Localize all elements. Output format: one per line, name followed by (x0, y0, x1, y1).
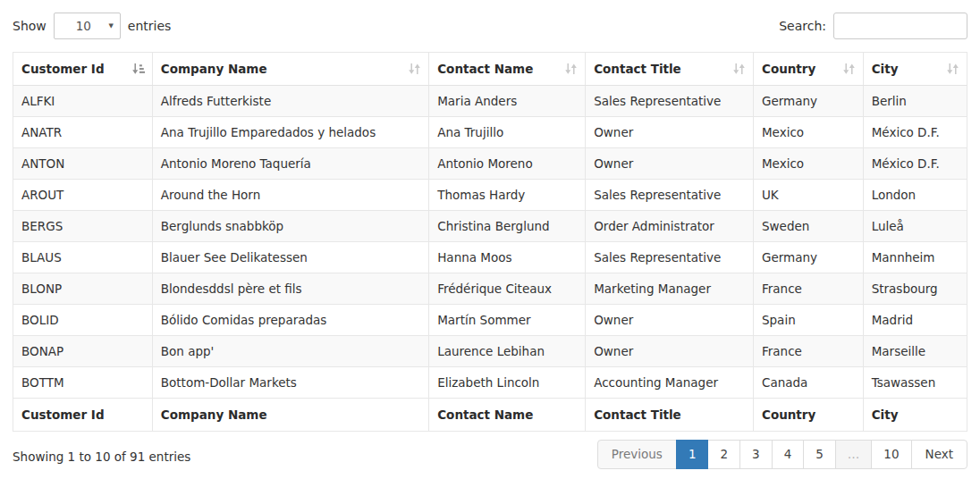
column-header-city[interactable]: City (863, 53, 967, 86)
pagination-next-button[interactable]: Next (911, 440, 967, 469)
cell-contact-name: Laurence Lebihan (429, 336, 586, 367)
column-header-label: City (872, 62, 899, 76)
cell-company-name: Bon app' (152, 336, 428, 367)
cell-city: Mannheim (863, 242, 967, 273)
cell-city: México D.F. (863, 148, 967, 180)
cell-contact-title: Owner (586, 336, 754, 367)
cell-contact-title: Owner (586, 117, 754, 148)
cell-customer-id: BERGS (13, 211, 153, 242)
table-row: BOTTM Bottom-Dollar Markets Elizabeth Li… (13, 367, 967, 399)
cell-customer-id: BOTTM (13, 367, 153, 399)
footer-city: City (863, 399, 967, 432)
cell-customer-id: BLAUS (13, 242, 153, 273)
table-row: ANATR Ana Trujillo Emparedados y helados… (13, 117, 967, 148)
pagination-page-5-button[interactable]: 5 (803, 440, 836, 469)
sort-both-icon (408, 63, 421, 76)
page-length-control: Show 10 ▼ entries (13, 13, 171, 39)
sort-both-icon (564, 63, 578, 76)
cell-contact-title: Sales Representative (586, 180, 754, 211)
cell-contact-name: Maria Anders (429, 86, 586, 117)
cell-city: Marseille (863, 336, 967, 367)
cell-city: Tsawassen (863, 367, 967, 399)
cell-contact-title: Accounting Manager (586, 367, 754, 399)
cell-contact-name: Elizabeth Lincoln (429, 367, 586, 399)
cell-contact-name: Martín Sommer (429, 305, 586, 336)
cell-company-name: Bottom-Dollar Markets (152, 367, 428, 399)
column-header-country[interactable]: Country (753, 53, 863, 86)
cell-contact-name: Thomas Hardy (429, 180, 586, 211)
footer-row: Customer Id Company Name Contact Name Co… (13, 399, 967, 432)
cell-country: Spain (753, 305, 863, 336)
cell-contact-title: Order Administrator (586, 211, 754, 242)
pagination-page-10-button[interactable]: 10 (871, 440, 911, 469)
header-row: Customer Id Company Name (13, 53, 967, 86)
cell-city: Berlin (863, 86, 967, 117)
table-controls: Show 10 ▼ entries Search: (13, 13, 967, 39)
page-length-select-shell: 10 ▼ (54, 13, 121, 39)
cell-contact-title: Sales Representative (586, 86, 754, 117)
pagination-page-2-button[interactable]: 2 (707, 440, 740, 469)
table-row: BLAUS Blauer See Delikatessen Hanna Moos… (13, 242, 967, 273)
sort-both-icon (946, 63, 959, 76)
pagination-ellipsis: … (835, 440, 873, 469)
column-header-customer-id[interactable]: Customer Id (13, 53, 153, 86)
cell-contact-title: Sales Representative (586, 242, 754, 273)
column-header-label: Company Name (161, 62, 267, 76)
customers-table: Customer Id Company Name (13, 52, 967, 432)
cell-company-name: Antonio Moreno Taquería (152, 148, 428, 180)
column-header-label: Contact Name (437, 62, 533, 76)
table-footer-bar: Showing 1 to 10 of 91 entries Previous 1… (13, 440, 967, 469)
column-header-company-name[interactable]: Company Name (152, 53, 428, 86)
page-length-select[interactable]: 10 (54, 13, 121, 39)
cell-company-name: Blauer See Delikatessen (152, 242, 428, 273)
cell-country: Mexico (753, 148, 863, 180)
table-info: Showing 1 to 10 of 91 entries (13, 446, 190, 464)
cell-country: Sweden (753, 211, 863, 242)
cell-contact-name: Ana Trujillo (429, 117, 586, 148)
cell-country: France (753, 273, 863, 305)
cell-contact-name: Frédérique Citeaux (429, 273, 586, 305)
pagination-previous-button[interactable]: Previous (597, 440, 677, 469)
cell-customer-id: AROUT (13, 180, 153, 211)
cell-customer-id: BONAP (13, 336, 153, 367)
sort-both-icon (732, 63, 746, 76)
cell-contact-name: Antonio Moreno (429, 148, 586, 180)
cell-customer-id: ANTON (13, 148, 153, 180)
table-row: ANTON Antonio Moreno Taquería Antonio Mo… (13, 148, 967, 180)
pagination: Previous 1 2 3 4 5 … 10 Next (597, 440, 967, 469)
column-header-contact-name[interactable]: Contact Name (429, 53, 586, 86)
pagination-page-1-button[interactable]: 1 (676, 440, 709, 469)
table-row: ALFKI Alfreds Futterkiste Maria Anders S… (13, 86, 967, 117)
pagination-page-4-button[interactable]: 4 (772, 440, 805, 469)
table-header: Customer Id Company Name (13, 53, 967, 86)
cell-country: Germany (753, 86, 863, 117)
cell-city: Madrid (863, 305, 967, 336)
cell-company-name: Berglunds snabbköp (152, 211, 428, 242)
cell-customer-id: BOLID (13, 305, 153, 336)
table-row: BOLID Bólido Comidas preparadas Martín S… (13, 305, 967, 336)
cell-country: France (753, 336, 863, 367)
footer-country: Country (753, 399, 863, 432)
cell-company-name: Bólido Comidas preparadas (152, 305, 428, 336)
column-header-label: Customer Id (21, 62, 105, 76)
cell-company-name: Ana Trujillo Emparedados y helados (152, 117, 428, 148)
cell-city: Luleå (863, 211, 967, 242)
cell-company-name: Around the Horn (152, 180, 428, 211)
cell-contact-title: Owner (586, 305, 754, 336)
cell-country: Mexico (753, 117, 863, 148)
cell-country: Germany (753, 242, 863, 273)
table-row: BLONP Blondesddsl père et fils Frédériqu… (13, 273, 967, 305)
pagination-page-3-button[interactable]: 3 (739, 440, 773, 469)
cell-city: México D.F. (863, 117, 967, 148)
cell-contact-title: Marketing Manager (586, 273, 754, 305)
cell-contact-name: Christina Berglund (429, 211, 586, 242)
cell-company-name: Alfreds Futterkiste (152, 86, 428, 117)
search-input[interactable] (833, 13, 967, 39)
search-control: Search: (779, 13, 967, 39)
table-row: BONAP Bon app' Laurence Lebihan Owner Fr… (13, 336, 967, 367)
entries-label: entries (128, 19, 172, 33)
footer-customer-id: Customer Id (13, 399, 153, 432)
show-label: Show (13, 19, 46, 33)
column-header-contact-title[interactable]: Contact Title (586, 53, 754, 86)
cell-customer-id: ALFKI (13, 86, 153, 117)
